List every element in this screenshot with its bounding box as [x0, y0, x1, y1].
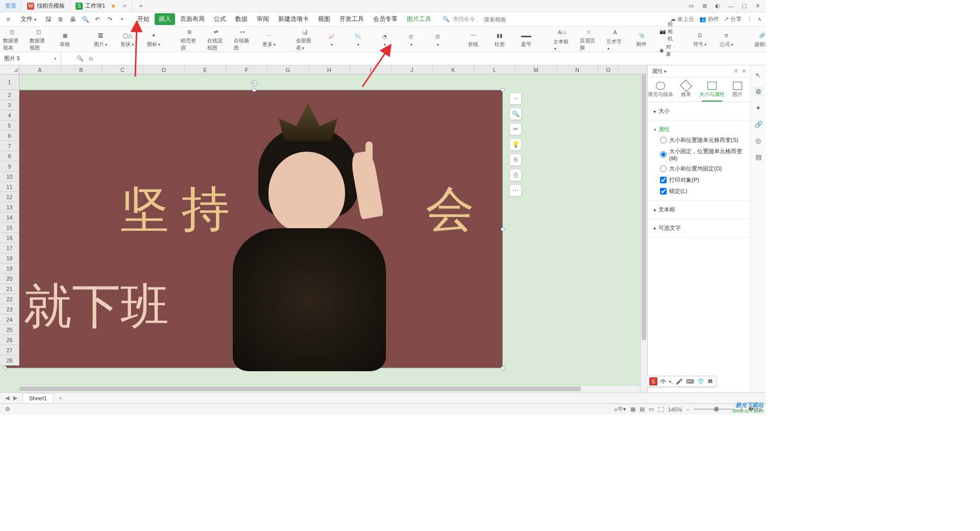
float-more-icon[interactable]: ⋯ [509, 184, 522, 197]
row-header[interactable]: 10 [0, 172, 19, 182]
tab-picture[interactable]: 图片 [725, 78, 750, 102]
row-header[interactable]: 3 [0, 100, 19, 110]
row-header[interactable]: 4 [0, 110, 19, 120]
row-header[interactable]: 12 [0, 192, 19, 202]
ime-skin-icon[interactable]: 👕 [697, 378, 704, 385]
ribbon-icons[interactable]: ✦图标▾ [145, 30, 162, 48]
col-header[interactable]: C [102, 65, 143, 74]
ime-tool-icon[interactable]: 🛠 [707, 378, 713, 384]
ribbon-chart2[interactable]: 📉▾ [349, 32, 366, 47]
ribbon-chart4[interactable]: ◴▾ [402, 32, 420, 47]
sheet-area[interactable]: A B C D E F G H I J K L M N O 1 2 3 4 5 … [0, 65, 647, 392]
minimize-icon[interactable]: — [726, 1, 736, 11]
row-header[interactable]: 26 [0, 335, 19, 345]
apps-icon[interactable]: ⊞ [699, 1, 709, 11]
ribbon-flowchart[interactable]: ⇄在线流程图 [207, 27, 225, 52]
view-reading-icon[interactable]: ▭ [649, 406, 654, 413]
search-input[interactable] [484, 16, 535, 22]
location-tool-icon[interactable]: ◎ [754, 136, 763, 145]
zoom-slider[interactable] [694, 408, 734, 410]
preview-icon[interactable]: 🔍 [81, 15, 89, 23]
tab-size-props[interactable]: 大小与属性 [699, 78, 725, 102]
ime-toolbar[interactable]: S 中 •, 🎤 ⌨ 👕 🛠 [646, 376, 717, 387]
col-header[interactable]: O [598, 65, 619, 74]
section-props-header[interactable]: ▾属性 [654, 126, 744, 133]
sheet-nav-next[interactable]: ▶ [11, 395, 19, 401]
ribbon-hyperlink[interactable]: 🔗超链接 [753, 30, 766, 48]
col-header[interactable]: K [433, 65, 474, 74]
resize-handle[interactable] [252, 88, 256, 92]
view-fullscreen-icon[interactable]: ⛶ [658, 406, 664, 413]
tab-workbook[interactable]: S 工作簿1 ✕ [70, 0, 132, 12]
window-close-icon[interactable]: ✕ [752, 1, 763, 11]
col-header[interactable]: A [19, 65, 61, 74]
row-header[interactable]: 14 [0, 212, 19, 223]
scrollbar-horizontal[interactable] [19, 385, 640, 392]
zoom-out-icon[interactable]: − [687, 406, 690, 413]
row-header[interactable]: 5 [0, 120, 19, 131]
row-header[interactable]: 8 [0, 151, 19, 161]
col-header[interactable]: M [516, 65, 557, 74]
row-header[interactable]: 15 [0, 223, 19, 233]
section-size[interactable]: ▸大小 [648, 102, 750, 120]
col-header[interactable]: L [474, 65, 516, 74]
chk-print[interactable]: 打印对象(P) [660, 176, 744, 184]
resize-handle[interactable] [501, 366, 505, 370]
save-icon[interactable]: 🖫 [44, 15, 53, 23]
ribbon-textbox[interactable]: A▭文本框▾ [553, 28, 571, 51]
menu-insert[interactable]: 插入 [155, 13, 175, 25]
float-collapse-icon[interactable]: − [509, 92, 522, 105]
layout-icon[interactable]: ▭ [686, 1, 696, 11]
col-header[interactable]: H [309, 65, 350, 74]
more-icon[interactable]: ⋮ [747, 16, 752, 22]
row-header[interactable]: 9 [0, 161, 19, 172]
search-fn-icon[interactable]: 🔍 [77, 55, 84, 62]
menu-dev[interactable]: 开发工具 [335, 13, 368, 25]
ribbon-symbol[interactable]: Ω符号▾ [691, 30, 708, 48]
select-all-corner[interactable] [0, 65, 19, 74]
share-button[interactable]: ↗ 分享 [724, 15, 742, 23]
ime-keyboard-icon[interactable]: ⌨ [686, 378, 694, 385]
col-header[interactable]: B [61, 65, 102, 74]
row-header[interactable]: 23 [0, 304, 19, 315]
row-header[interactable]: 17 [0, 243, 19, 253]
ribbon-chart5[interactable]: ⊡▾ [429, 32, 446, 47]
collapse-ribbon-icon[interactable]: ∧ [757, 16, 762, 22]
ribbon-more[interactable]: ⋯更多▾ [260, 30, 278, 48]
ribbon-headerfooter[interactable]: ⎅页眉页脚 [580, 27, 597, 52]
section-textbox[interactable]: ▸文本框 [648, 201, 750, 219]
undo-icon[interactable]: ↶ [93, 15, 102, 23]
ribbon-table[interactable]: ▦表格 [56, 30, 74, 48]
ribbon-attach[interactable]: 📎附件 [633, 30, 650, 48]
row-header[interactable]: 19 [0, 263, 19, 274]
add-sheet-icon[interactable]: ＋ [54, 394, 67, 402]
row-header[interactable]: 22 [0, 294, 19, 304]
float-export-icon[interactable]: ⎙ [509, 169, 522, 181]
float-copy-icon[interactable]: ⎘ [509, 154, 522, 166]
ime-indicator[interactable]: ⎆ 中 ▾ [614, 405, 626, 413]
coop-button[interactable]: 👥 协作 [699, 15, 719, 23]
menu-formula[interactable]: 公式 [210, 13, 230, 25]
row-header[interactable]: 21 [0, 284, 19, 294]
ribbon-sparkline-winloss[interactable]: ▬▬盈亏 [518, 30, 535, 48]
fx-label[interactable]: fx [89, 56, 93, 62]
opt-move-only[interactable]: 大小固定，位置随单元格而变(M) [660, 148, 744, 161]
tab-templates[interactable]: W 找稻壳模板 [22, 0, 70, 12]
col-header[interactable]: J [391, 65, 433, 74]
print-icon[interactable]: 🖶 [69, 15, 77, 23]
row-header[interactable]: 18 [0, 253, 19, 263]
maximize-icon[interactable]: ▢ [739, 1, 749, 11]
row-header[interactable]: 2 [0, 90, 19, 100]
row-header[interactable]: 7 [0, 141, 19, 151]
row-header[interactable]: 1 [0, 75, 19, 90]
menu-review[interactable]: 审阅 [253, 13, 273, 25]
ribbon-object[interactable]: ◉对象 [659, 43, 673, 58]
menu-picturetools[interactable]: 图片工具 [403, 13, 435, 25]
ribbon-chart1[interactable]: 📈▾ [323, 32, 340, 47]
menu-icon[interactable]: ≡ [4, 15, 12, 23]
settings-tool-icon[interactable]: ⚙ [754, 87, 763, 96]
row-header[interactable]: 25 [0, 325, 19, 335]
menu-layout[interactable]: 页面布局 [176, 13, 209, 25]
user-icon[interactable]: ◐ [713, 1, 723, 11]
pin-icon[interactable]: ⇱ [734, 68, 739, 74]
